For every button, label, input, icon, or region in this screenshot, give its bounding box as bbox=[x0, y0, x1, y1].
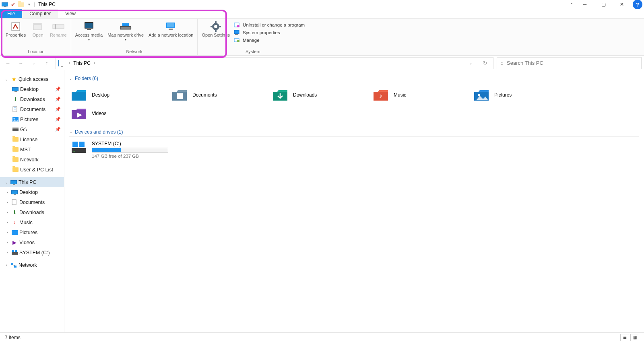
rename-button[interactable]: Rename bbox=[48, 20, 68, 39]
svg-rect-39 bbox=[14, 266, 17, 268]
help-button[interactable]: ? bbox=[633, 0, 642, 9]
breadcrumb-location[interactable]: This PC bbox=[73, 60, 91, 66]
navigation-tree: ⌄ ★ Quick access Desktop📌 ⬇Downloads📌 Do… bbox=[0, 70, 64, 332]
folder-pictures[interactable]: Pictures bbox=[472, 86, 572, 104]
videos-folder-icon bbox=[71, 107, 87, 120]
open-settings-button[interactable]: Open Settings bbox=[200, 20, 231, 39]
svg-rect-2 bbox=[33, 23, 41, 25]
tree-downloads[interactable]: ⬇Downloads📌 bbox=[0, 94, 64, 104]
maximize-button[interactable]: ▢ bbox=[594, 0, 613, 9]
map-network-drive-button[interactable]: Map network drive ▾ bbox=[106, 20, 145, 42]
svg-rect-52 bbox=[72, 142, 78, 147]
tab-view[interactable]: View bbox=[58, 9, 83, 18]
chevron-down-icon[interactable]: ⌄ bbox=[4, 180, 9, 184]
breadcrumb-separator-icon[interactable]: › bbox=[94, 61, 95, 65]
tree-network[interactable]: › Network bbox=[0, 260, 64, 270]
drive-icon bbox=[11, 249, 18, 256]
refresh-button[interactable]: ↻ bbox=[479, 58, 491, 69]
open-button[interactable]: Open bbox=[29, 20, 47, 39]
qat-dropdown-icon[interactable]: ▾ bbox=[26, 1, 32, 8]
tree-pc-desktop[interactable]: ›Desktop bbox=[0, 187, 64, 197]
ribbon-group-network: Access media ▾ Map network drive ▾ Add a… bbox=[71, 19, 198, 55]
chevron-right-icon[interactable]: › bbox=[5, 210, 10, 214]
tree-pc-system-drive[interactable]: ›SYSTEM (C:) bbox=[0, 247, 64, 258]
tree-gdrive[interactable]: G:\📌 bbox=[0, 124, 64, 134]
downloads-icon: ⬇ bbox=[11, 209, 18, 216]
tree-documents[interactable]: Documents📌 bbox=[0, 104, 64, 114]
address-bar[interactable]: › This PC › ⌄ ↻ bbox=[56, 57, 493, 69]
qat-properties-icon[interactable]: ✔ bbox=[10, 1, 16, 8]
folder-desktop[interactable]: Desktop bbox=[69, 86, 170, 104]
chevron-right-icon[interactable]: › bbox=[5, 251, 10, 255]
tree-pictures[interactable]: Pictures📌 bbox=[0, 114, 64, 124]
chevron-right-icon[interactable]: › bbox=[4, 263, 9, 267]
desktop-folder-icon bbox=[71, 88, 87, 102]
svg-line-40 bbox=[12, 265, 15, 266]
svg-rect-19 bbox=[219, 26, 221, 27]
app-icon bbox=[2, 1, 8, 8]
add-network-location-button[interactable]: Add a network location bbox=[147, 20, 195, 39]
nav-up-button[interactable]: ↑ bbox=[41, 58, 52, 69]
pictures-icon bbox=[11, 229, 18, 236]
tree-pc-pictures[interactable]: ›Pictures bbox=[0, 227, 64, 237]
drive-system-c[interactable]: SYSTEM (C:) 147 GB free of 237 GB bbox=[69, 139, 639, 160]
folder-videos[interactable]: Videos bbox=[69, 104, 170, 123]
tree-userpc[interactable]: User & PC List bbox=[0, 165, 64, 175]
chevron-right-icon[interactable]: › bbox=[5, 231, 10, 235]
address-dropdown-icon[interactable]: ⌄ bbox=[465, 58, 476, 69]
drive-icon bbox=[71, 141, 87, 155]
tree-mst[interactable]: MST bbox=[0, 144, 64, 155]
downloads-icon: ⬇ bbox=[12, 96, 19, 103]
view-tiles-button[interactable]: ▦ bbox=[630, 334, 639, 341]
tree-this-pc[interactable]: ⌄ This PC bbox=[0, 177, 64, 187]
access-media-button[interactable]: Access media ▾ bbox=[74, 20, 104, 42]
tab-computer[interactable]: Computer bbox=[22, 9, 58, 18]
manage-button[interactable]: Manage bbox=[233, 37, 305, 43]
folder-downloads[interactable]: Downloads bbox=[270, 86, 371, 104]
drive-icon bbox=[12, 126, 19, 133]
open-icon bbox=[31, 21, 44, 32]
status-item-count: 7 items bbox=[5, 335, 21, 340]
chevron-right-icon[interactable]: › bbox=[5, 190, 10, 194]
tab-file[interactable]: File bbox=[0, 9, 22, 18]
section-drives-header[interactable]: ⌄ Devices and drives (1) bbox=[69, 128, 639, 137]
tree-quick-access[interactable]: ⌄ ★ Quick access bbox=[0, 74, 64, 84]
group-label-system: System bbox=[246, 48, 260, 55]
tree-license[interactable]: License bbox=[0, 134, 64, 144]
chevron-right-icon[interactable]: › bbox=[5, 200, 10, 204]
section-folders-header[interactable]: ⌄ Folders (6) bbox=[69, 74, 639, 83]
tree-pc-downloads[interactable]: ›⬇Downloads bbox=[0, 207, 64, 217]
system-properties-button[interactable]: System properties bbox=[233, 29, 305, 36]
search-input[interactable] bbox=[507, 60, 638, 66]
address-pc-icon bbox=[58, 60, 66, 66]
chevron-down-icon: ⌄ bbox=[69, 76, 72, 80]
svg-rect-7 bbox=[87, 29, 91, 30]
chevron-right-icon[interactable]: › bbox=[5, 220, 10, 225]
tree-pc-documents[interactable]: ›Documents bbox=[0, 197, 64, 207]
nav-recent-dropdown[interactable]: ⌄ bbox=[28, 58, 39, 69]
tree-pc-videos[interactable]: ›▶Videos bbox=[0, 237, 64, 247]
tree-network-folder[interactable]: Network bbox=[0, 155, 64, 165]
downloads-folder-icon bbox=[272, 88, 288, 102]
properties-button[interactable]: Properties bbox=[4, 20, 27, 39]
folder-music[interactable]: ♪ Music bbox=[371, 86, 472, 104]
desktop-icon bbox=[12, 86, 19, 93]
nav-forward-button[interactable]: → bbox=[15, 58, 27, 69]
folder-documents[interactable]: Documents bbox=[170, 86, 270, 104]
music-folder-icon: ♪ bbox=[373, 88, 389, 102]
view-details-button[interactable]: ☰ bbox=[620, 334, 629, 341]
uninstall-program-button[interactable]: Uninstall or change a program bbox=[233, 22, 305, 28]
tree-pc-music[interactable]: ›♪Music bbox=[0, 217, 64, 227]
desktop-icon bbox=[11, 189, 18, 196]
nav-back-button[interactable]: ← bbox=[2, 58, 14, 69]
minimize-button[interactable]: ─ bbox=[576, 0, 594, 9]
tree-desktop[interactable]: Desktop📌 bbox=[0, 84, 64, 94]
svg-rect-31 bbox=[12, 129, 19, 131]
close-button[interactable]: ✕ bbox=[613, 0, 631, 9]
chevron-down-icon[interactable]: ⌄ bbox=[4, 77, 9, 81]
search-box[interactable]: ⌕ bbox=[497, 57, 642, 69]
ribbon-collapse-icon[interactable]: ⌃ bbox=[568, 2, 576, 7]
svg-text:♪: ♪ bbox=[379, 92, 382, 99]
chevron-right-icon[interactable]: › bbox=[5, 241, 10, 245]
qat-folder-icon[interactable] bbox=[18, 1, 24, 8]
